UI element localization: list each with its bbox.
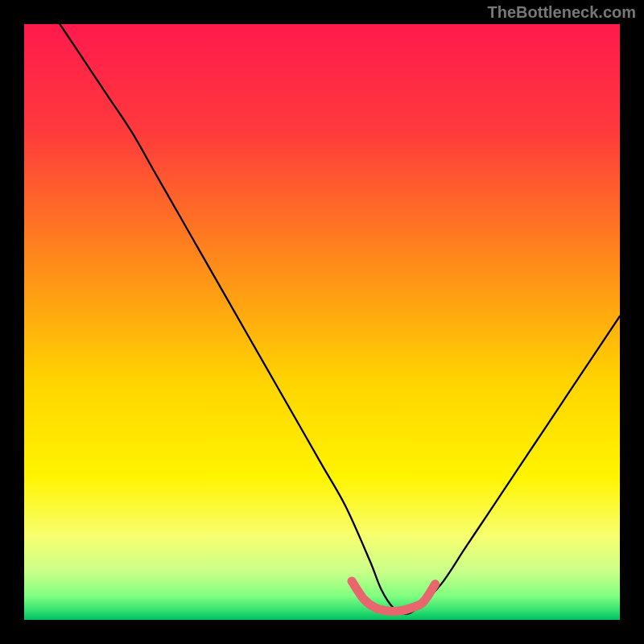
chart-container: TheBottleneck.com	[0, 0, 644, 644]
gradient-background	[24, 24, 620, 620]
attribution-text: TheBottleneck.com	[488, 3, 636, 22]
chart-svg	[24, 24, 620, 620]
plot-area	[24, 24, 620, 620]
